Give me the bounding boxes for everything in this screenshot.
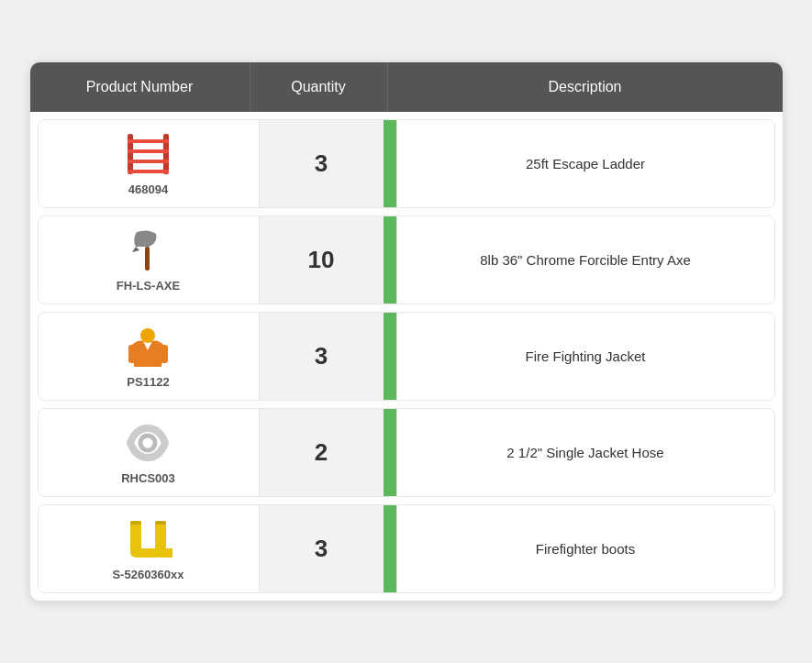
- quantity-value-2: 3: [260, 342, 384, 370]
- cell-quantity-2: 3: [259, 313, 396, 400]
- product-image-4: [121, 516, 176, 562]
- quantity-value-1: 10: [260, 246, 384, 274]
- table-row: 468094 3 25ft Escape Ladder: [38, 119, 775, 208]
- table-row: RHCS003 2 2 1/2" Single Jacket Hose: [38, 408, 775, 497]
- product-image-1: [121, 227, 176, 273]
- svg-rect-12: [130, 521, 141, 525]
- table-body: 468094 3 25ft Escape Ladder FH-LS-AXE 10…: [30, 112, 783, 601]
- product-table: Product Number Quantity Description 4680…: [30, 62, 783, 601]
- quantity-bar-4: [384, 505, 396, 592]
- svg-rect-14: [155, 521, 166, 525]
- table-row: PS1122 3 Fire Fighting Jacket: [38, 312, 775, 401]
- cell-product-2: PS1122: [39, 313, 259, 400]
- svg-point-10: [140, 436, 155, 450]
- cell-quantity-1: 10: [259, 216, 396, 304]
- svg-rect-11: [130, 521, 141, 547]
- cell-description-0: 25ft Escape Ladder: [396, 120, 774, 207]
- product-number-2: PS1122: [127, 375, 169, 389]
- quantity-value-3: 2: [260, 438, 384, 467]
- cell-product-0: 468094: [39, 120, 259, 207]
- svg-rect-8: [128, 345, 136, 363]
- cell-description-3: 2 1/2" Single Jacket Hose: [396, 409, 774, 496]
- product-image-3: [121, 420, 176, 466]
- cell-description-4: Firefighter boots: [396, 505, 774, 592]
- svg-rect-4: [128, 160, 169, 163]
- header-product-number: Product Number: [30, 62, 250, 112]
- quantity-value-0: 3: [260, 149, 384, 178]
- cell-description-2: Fire Fighting Jacket: [396, 313, 774, 400]
- svg-point-7: [140, 328, 155, 343]
- product-image-2: [121, 324, 176, 370]
- header-description: Description: [388, 62, 783, 112]
- table-row: FH-LS-AXE 10 8lb 36" Chrome Forcible Ent…: [38, 215, 775, 304]
- svg-rect-9: [161, 345, 168, 363]
- svg-rect-2: [128, 139, 169, 143]
- svg-rect-5: [128, 170, 169, 173]
- svg-rect-6: [145, 247, 150, 271]
- svg-rect-13: [155, 521, 166, 547]
- cell-product-3: RHCS003: [39, 409, 259, 496]
- product-number-3: RHCS003: [121, 471, 175, 485]
- cell-quantity-3: 2: [259, 409, 396, 496]
- cell-quantity-4: 3: [259, 505, 396, 592]
- cell-product-1: FH-LS-AXE: [39, 216, 259, 304]
- quantity-bar-3: [384, 409, 396, 496]
- table-row: S-5260360xx 3 Firefighter boots: [38, 504, 775, 593]
- table-header: Product Number Quantity Description: [30, 62, 783, 112]
- svg-rect-3: [128, 149, 169, 153]
- quantity-bar-0: [384, 120, 396, 207]
- cell-product-4: S-5260360xx: [39, 505, 259, 592]
- cell-description-1: 8lb 36" Chrome Forcible Entry Axe: [396, 216, 774, 304]
- product-number-4: S-5260360xx: [112, 568, 184, 581]
- quantity-bar-2: [384, 313, 396, 400]
- header-quantity: Quantity: [250, 62, 388, 112]
- product-number-1: FH-LS-AXE: [117, 279, 180, 293]
- cell-quantity-0: 3: [259, 120, 396, 207]
- quantity-bar-1: [384, 216, 396, 304]
- product-number-0: 468094: [128, 182, 168, 196]
- quantity-value-4: 3: [260, 535, 384, 563]
- product-image-0: [121, 131, 176, 177]
